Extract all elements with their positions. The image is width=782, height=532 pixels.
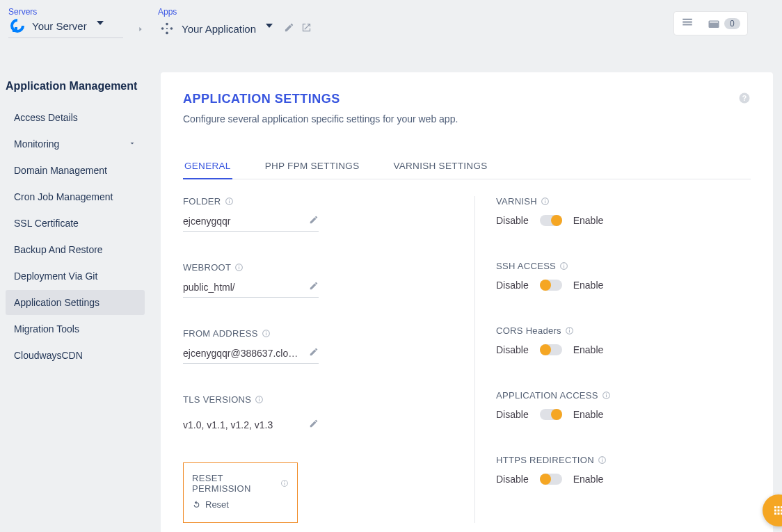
info-icon[interactable]	[598, 456, 607, 465]
svg-rect-2	[11, 28, 13, 29]
server-selector[interactable]: Your Server	[8, 19, 123, 38]
label-cors: CORS Headers	[496, 325, 561, 336]
sidebar-item-ssl[interactable]: SSL Certificate	[6, 211, 145, 236]
info-icon[interactable]	[234, 263, 244, 272]
field-https-redirection: HTTPS REDIRECTION Disable Enable	[496, 455, 751, 485]
svg-rect-12	[228, 199, 229, 200]
app-type-icon	[158, 19, 176, 38]
digitalocean-icon	[8, 17, 26, 35]
svg-point-4	[161, 27, 164, 30]
info-icon[interactable]	[225, 197, 234, 206]
field-label-tls: TLS VERSIONS	[183, 394, 251, 405]
tls-value: v1.0, v1.1, v1.2, v1.3	[183, 419, 273, 430]
enable-label: Enable	[573, 280, 604, 291]
reset-permission-box: RESET PERMISSION Reset	[183, 462, 298, 523]
help-icon[interactable]: ?	[738, 92, 751, 104]
notifications-badge[interactable]: 0	[708, 17, 740, 30]
webroot-value: public_html/	[183, 282, 235, 293]
enable-label: Enable	[573, 215, 604, 226]
svg-rect-29	[564, 265, 564, 268]
from-value: ejcenygqqr@388637.clou…	[183, 348, 301, 359]
svg-rect-11	[228, 200, 229, 203]
disable-label: Disable	[496, 215, 529, 226]
svg-rect-15	[239, 265, 239, 266]
sidebar: Application Management Access Details Mo…	[6, 80, 145, 369]
settings-card: APPLICATION SETTINGS Configure several a…	[161, 72, 773, 532]
field-app-access: APPLICATION ACCESS Disable Enable	[496, 390, 751, 420]
edit-icon[interactable]	[309, 215, 319, 227]
tabs: GENERAL PHP FPM SETTINGS VARNISH SETTING…	[183, 154, 751, 179]
reset-action[interactable]: Reset	[192, 499, 289, 510]
sidebar-item-migration-tools[interactable]: Migration Tools	[6, 316, 145, 341]
info-icon[interactable]	[559, 261, 568, 271]
disable-label: Disable	[496, 474, 529, 485]
edit-icon[interactable]	[309, 347, 319, 359]
enable-label: Enable	[573, 344, 604, 355]
svg-rect-38	[602, 459, 603, 462]
label-ssh: SSH ACCESS	[496, 261, 556, 271]
chevron-down-icon	[97, 21, 104, 25]
info-icon[interactable]	[541, 197, 550, 206]
field-label-reset: RESET PERMISSION	[192, 473, 277, 494]
external-link-icon[interactable]	[301, 22, 312, 35]
info-icon[interactable]	[565, 326, 574, 335]
toggle-cors[interactable]	[540, 344, 562, 355]
edit-icon[interactable]	[309, 281, 319, 293]
info-icon[interactable]	[602, 391, 611, 400]
right-column: VARNISH Disable Enable SSH ACCESS Disabl…	[474, 196, 751, 523]
disable-label: Disable	[496, 280, 529, 291]
enable-label: Enable	[573, 474, 604, 485]
toggle-app-access[interactable]	[540, 409, 562, 420]
chevron-down-icon	[266, 24, 273, 28]
svg-rect-39	[602, 458, 603, 458]
info-icon[interactable]	[280, 479, 289, 488]
svg-rect-0	[15, 27, 17, 30]
disable-label: Disable	[496, 344, 529, 355]
field-label-folder: FOLDER	[183, 196, 221, 207]
label-app-access: APPLICATION ACCESS	[496, 390, 598, 401]
breadcrumb-servers-label: Servers	[8, 7, 123, 17]
field-folder: FOLDER ejcenygqqr	[183, 196, 475, 232]
sidebar-item-access-details[interactable]: Access Details	[6, 105, 145, 130]
svg-rect-27	[545, 199, 545, 200]
server-name: Your Server	[32, 20, 87, 32]
edit-icon[interactable]	[284, 22, 294, 35]
toggle-ssh[interactable]	[540, 280, 562, 291]
sidebar-title: Application Management	[6, 80, 145, 92]
toggle-varnish[interactable]	[540, 215, 562, 226]
toggle-https[interactable]	[540, 474, 562, 485]
sidebar-item-deployment-git[interactable]: Deployment Via Git	[6, 264, 145, 289]
svg-rect-26	[545, 200, 545, 203]
tab-php-fpm[interactable]: PHP FPM SETTINGS	[264, 154, 361, 179]
info-icon[interactable]	[262, 329, 271, 338]
sidebar-item-monitoring[interactable]: Monitoring	[6, 131, 145, 156]
tab-varnish[interactable]: VARNISH SETTINGS	[392, 154, 488, 179]
sidebar-item-application-settings[interactable]: Application Settings	[6, 290, 145, 315]
list-icon[interactable]	[681, 16, 694, 31]
sidebar-item-domain-management[interactable]: Domain Management	[6, 158, 145, 183]
field-tls-versions: TLS VERSIONS v1.0, v1.1, v1.2, v1.3	[183, 394, 475, 435]
card-title: APPLICATION SETTINGS	[183, 92, 458, 106]
sidebar-item-cloudwayscdn[interactable]: CloudwaysCDN	[6, 343, 145, 368]
left-column: FOLDER ejcenygqqr WEBROOT public_html/	[183, 196, 475, 523]
app-selector[interactable]: Your Application	[158, 19, 312, 38]
chevron-down-icon	[128, 138, 136, 150]
svg-rect-30	[564, 264, 564, 264]
field-webroot: WEBROOT public_html/	[183, 262, 475, 298]
svg-rect-35	[606, 394, 607, 397]
breadcrumb-apps-label: Apps	[158, 7, 312, 17]
field-label-from: FROM ADDRESS	[183, 328, 258, 339]
disable-label: Disable	[496, 409, 529, 420]
breadcrumb: Servers Your Server Apps Your Applicatio…	[8, 7, 312, 38]
enable-label: Enable	[573, 409, 604, 420]
svg-point-3	[166, 23, 168, 26]
sidebar-item-backup-restore[interactable]: Backup And Restore	[6, 237, 145, 262]
tab-general[interactable]: GENERAL	[183, 154, 232, 179]
info-icon[interactable]	[255, 395, 264, 404]
svg-rect-21	[259, 397, 260, 398]
svg-rect-18	[266, 331, 266, 332]
edit-icon[interactable]	[309, 419, 319, 430]
field-varnish: VARNISH Disable Enable	[496, 196, 751, 226]
sidebar-item-cron-job[interactable]: Cron Job Management	[6, 184, 145, 209]
svg-rect-20	[259, 398, 260, 401]
